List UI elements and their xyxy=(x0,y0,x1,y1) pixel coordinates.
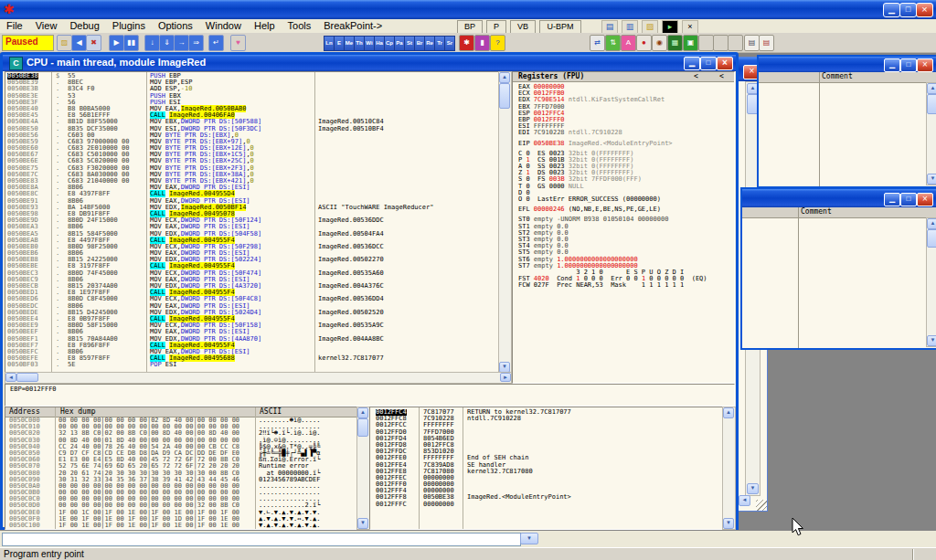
stack-vscrollbar[interactable]: ▲ ▼ xyxy=(722,407,736,530)
scroll-up-icon[interactable]: ▲ xyxy=(499,72,510,83)
menu-window[interactable]: Window xyxy=(199,19,248,33)
menu-debug[interactable]: Debug xyxy=(63,19,105,33)
restart-button[interactable]: ◀ xyxy=(71,35,87,51)
registers-pane[interactable]: Registers (FPU) < < EAX 00000000ECX 0012… xyxy=(512,71,735,384)
scroll-left-icon[interactable]: ◄ xyxy=(5,373,16,382)
restore-button[interactable]: □ xyxy=(899,3,917,17)
stack-pane[interactable]: 0012FFC47C817077RETURN to kernel32.7C817… xyxy=(369,407,724,530)
menu-help[interactable]: Help xyxy=(248,19,282,33)
maximize-button[interactable]: □ xyxy=(900,58,917,72)
register-line[interactable]: EFL 00000246 (NO,NB,E,BE,NS,PE,GE,LE) xyxy=(513,206,734,213)
vscrollbar[interactable]: ▲ ▼ xyxy=(926,217,936,347)
minimize-button[interactable]: ▁ xyxy=(884,58,900,72)
log-icon[interactable]: ▥ xyxy=(622,20,638,34)
disasm-row[interactable]: 0050BF03.5EPOP ESI xyxy=(5,362,499,368)
menu-file[interactable]: File xyxy=(0,19,29,33)
main-titlebar[interactable]: ✱ ▁ □ × xyxy=(0,0,936,19)
maximize-button[interactable]: □ xyxy=(700,57,717,70)
disassembly-pane[interactable]: 0050BE38$55PUSH EBP0050BE39.8BECMOV EBP,… xyxy=(5,71,500,374)
close-button[interactable]: × xyxy=(717,57,733,70)
close-toolbar-icon[interactable]: × xyxy=(682,20,698,34)
dump-vscrollbar[interactable]: ▲ ▼ xyxy=(356,407,370,530)
animate-over-button[interactable]: ⇒ xyxy=(188,35,204,51)
menu-button-vb[interactable]: VB xyxy=(510,20,536,34)
scroll-down-icon[interactable]: ▼ xyxy=(747,483,759,494)
stack-row[interactable]: 0012FFFC00000000 xyxy=(370,502,723,508)
disasm-row[interactable]: 0050BEFE.E8 8597F8FFCALL ImageRed.004956… xyxy=(5,355,499,362)
until-return-button[interactable]: ↵ xyxy=(208,35,224,51)
notes-icon[interactable]: ▤ xyxy=(601,20,618,34)
scrollbar-thumb[interactable] xyxy=(927,229,936,248)
menu-options[interactable]: Options xyxy=(152,19,199,33)
appearance-icon[interactable]: ▮ xyxy=(474,35,490,51)
minimize-button[interactable]: ▁ xyxy=(883,3,900,17)
comment-window-top-titlebar[interactable]: ▁ □ × xyxy=(759,57,936,72)
register-line[interactable]: EIP 0050BE38 ImageRed.<ModuleEntryPoint> xyxy=(513,141,734,147)
mark-button[interactable]: ♥ xyxy=(230,35,246,51)
animate-into-button[interactable]: → xyxy=(174,35,189,51)
scroll-down-icon[interactable]: ▼ xyxy=(723,518,734,529)
register-line[interactable]: T 0 GS 0000 NULL xyxy=(513,184,734,190)
blank-button-1[interactable] xyxy=(698,35,714,51)
scroll-right-icon[interactable]: ► xyxy=(500,373,511,382)
scroll-down-icon[interactable]: ▼ xyxy=(927,174,936,185)
blank-button-2[interactable] xyxy=(713,35,729,51)
disasm-row[interactable]: 0050BE3B.83C4 F0ADD ESP,-10 xyxy=(5,86,499,92)
register-line[interactable]: FCW 027F Prec NEAR,53 Mask 1 1 1 1 1 1 xyxy=(513,282,734,289)
help-icon[interactable]: ? xyxy=(490,35,505,51)
menu-button-u-bpm[interactable]: U-BPM xyxy=(539,20,581,34)
disassembly-vscrollbar[interactable]: ▲ ▼ xyxy=(498,71,512,374)
minimize-button[interactable]: ▁ xyxy=(684,57,700,70)
swap-arrows-icon[interactable]: ⇄ xyxy=(590,35,605,51)
keypad-icon[interactable]: ▦ xyxy=(667,35,683,51)
vscrollbar[interactable]: ▲ ▼ xyxy=(926,82,936,185)
open-folder-icon[interactable]: ▨ xyxy=(642,20,658,34)
scrollbar-thumb[interactable] xyxy=(927,94,936,114)
step-into-button[interactable]: ↓ xyxy=(144,35,160,51)
step-over-button[interactable]: ⇓ xyxy=(159,35,175,51)
comment-window-top[interactable]: ▁ □ × Comment ▲ ▼ xyxy=(757,55,936,188)
menu-tools[interactable]: Tools xyxy=(282,19,318,33)
menu-breakpoint[interactable]: BreakPoint-> xyxy=(317,19,388,33)
command-input[interactable] xyxy=(2,533,521,546)
resize-grip[interactable] xyxy=(756,500,767,511)
screen-icon[interactable]: ▣ xyxy=(683,35,698,51)
minimize-button[interactable]: ▁ xyxy=(884,193,900,206)
cpu-window[interactable]: C CPU - main thread, module ImageRed ▁ □… xyxy=(0,52,739,530)
comment-window-middle-titlebar[interactable]: ▁ □ × xyxy=(742,189,936,207)
register-line[interactable]: EDI 7C910228 ntdll.7C910228 xyxy=(513,130,734,136)
chevron-left-icon[interactable]: < xyxy=(719,72,724,80)
pause-button[interactable]: ▮▮ xyxy=(123,35,139,51)
list-report-icon[interactable]: ▤ xyxy=(744,35,760,51)
register-line[interactable]: O 0 LastErr ERROR_SUCCESS (00000000) xyxy=(513,196,734,203)
close-button[interactable]: × xyxy=(917,58,933,72)
disasm-row[interactable]: 0050BE3E.53PUSH EBX xyxy=(5,93,499,100)
scrollbar-thumb[interactable] xyxy=(357,418,368,437)
dropdown-arrow-icon[interactable]: ▼ xyxy=(520,533,538,544)
sort-icon[interactable]: ⇅ xyxy=(605,35,621,51)
console-icon[interactable]: ▸ xyxy=(662,20,678,34)
record-icon[interactable]: ● xyxy=(636,35,652,51)
toolbar-letter-sr[interactable]: Sr xyxy=(444,36,455,51)
run-button[interactable]: ▶ xyxy=(109,35,124,51)
menu-plugins[interactable]: Plugins xyxy=(106,19,152,33)
chevron-left-icon[interactable]: < xyxy=(694,72,698,80)
scrollbar-thumb[interactable] xyxy=(16,373,38,382)
scroll-down-icon[interactable]: ▼ xyxy=(927,335,936,346)
scrollbar-thumb[interactable] xyxy=(499,83,510,109)
close-button[interactable]: × xyxy=(917,193,933,206)
blank-button-3[interactable] xyxy=(728,35,743,51)
open-file-button[interactable]: ▨ xyxy=(57,35,72,51)
scroll-up-icon[interactable]: ▲ xyxy=(357,407,368,418)
scroll-up-icon[interactable]: ▲ xyxy=(927,218,936,229)
spiral-icon[interactable]: ◉ xyxy=(652,35,667,51)
scroll-down-icon[interactable]: ▼ xyxy=(357,518,368,529)
menu-button-bp[interactable]: BP xyxy=(457,20,483,34)
dump-row[interactable]: 0050C1001F 00 1E 00|1F 00 1E 00|1F 00 1E… xyxy=(5,523,357,529)
scroll-left-icon[interactable]: ◄ xyxy=(739,495,750,506)
disassembly-hscrollbar[interactable]: ◄ ► xyxy=(5,372,512,384)
scroll-up-icon[interactable]: ▲ xyxy=(927,83,936,94)
close-button[interactable]: × xyxy=(916,3,933,17)
ascii-icon[interactable]: A xyxy=(621,35,636,51)
comment-window-middle[interactable]: ▁ □ × Comment ▲ ▼ xyxy=(740,187,936,350)
